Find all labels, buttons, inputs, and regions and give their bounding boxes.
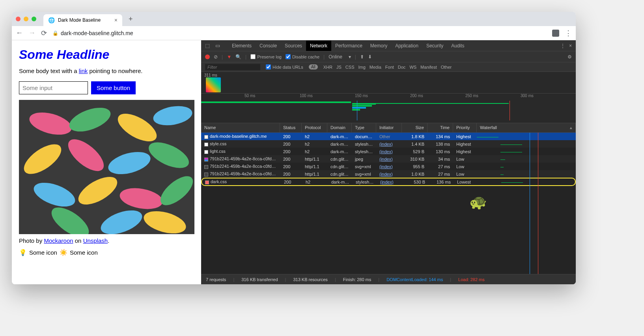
close-window-button[interactable] <box>16 17 21 21</box>
ruler-tick: 250 ms <box>465 94 478 98</box>
overview-strip: 311 ms <box>201 72 576 94</box>
device-icon[interactable]: ▭ <box>215 43 220 49</box>
download-har-icon[interactable]: ⬇ <box>368 54 372 60</box>
record-button[interactable] <box>205 54 210 59</box>
initiator-link[interactable]: (index) <box>379 142 393 146</box>
filter-doc[interactable]: Doc <box>398 65 406 69</box>
filter-all[interactable]: All <box>309 64 318 69</box>
icon-label: Some icon <box>70 249 98 256</box>
initiator-link[interactable]: (index) <box>379 157 393 161</box>
column-header[interactable]: Time <box>427 123 453 132</box>
table-row[interactable]: dark-mode-baseline.glitch.me200h2dark-mo… <box>201 133 576 140</box>
status-requests: 7 requests <box>206 277 226 282</box>
devtools-mainbar: ⬚ ▭ ElementsConsoleSourcesNetworkPerform… <box>201 40 576 51</box>
settings-icon[interactable]: ⚙ <box>567 54 572 60</box>
column-header[interactable]: Initiator <box>376 123 402 132</box>
reload-button[interactable]: ⟳ <box>41 29 47 38</box>
waterfall-bar <box>500 167 504 167</box>
filter-toggle-icon[interactable]: ▼ <box>227 54 231 60</box>
filter-css[interactable]: CSS <box>345 65 355 69</box>
close-tab-icon[interactable]: × <box>114 17 118 23</box>
column-header[interactable]: Priority <box>453 123 477 132</box>
inspect-icon[interactable]: ⬚ <box>205 43 210 49</box>
input-row: Some button <box>19 81 194 94</box>
column-header[interactable]: Status <box>280 123 302 132</box>
hero-image <box>19 100 194 234</box>
page-headline: Some Headline <box>19 47 194 62</box>
author-link[interactable]: Mockaroon <box>44 237 73 244</box>
table-row[interactable]: 791b2241-459b-4a2e-8cca-c0fdc2…200http/1… <box>201 163 576 170</box>
devtools-tab-security[interactable]: Security <box>422 41 447 51</box>
column-header[interactable]: Domain <box>327 123 352 132</box>
filter-xhr[interactable]: XHR <box>323 65 332 69</box>
file-type-icon <box>204 165 208 169</box>
filter-input[interactable] <box>205 64 260 70</box>
preserve-log-checkbox[interactable]: Preserve log <box>250 54 282 59</box>
waterfall-bar <box>500 175 504 175</box>
filter-ws[interactable]: WS <box>409 65 416 69</box>
devtools-tab-performance[interactable]: Performance <box>331 41 366 51</box>
forward-button[interactable]: → <box>28 29 35 37</box>
column-header[interactable]: Type <box>352 123 376 132</box>
devtools-tab-memory[interactable]: Memory <box>366 41 391 51</box>
devtools-tab-console[interactable]: Console <box>256 41 281 51</box>
waterfall-bar <box>477 137 498 137</box>
browser-menu-button[interactable]: ⋮ <box>565 29 572 38</box>
address-bar[interactable]: 🔒 dark-mode-baseline.glitch.me <box>52 30 133 36</box>
column-header[interactable]: Waterfall ▴ <box>477 123 576 132</box>
new-tab-button[interactable]: + <box>125 15 136 23</box>
devtools-tab-application[interactable]: Application <box>391 41 422 51</box>
disable-cache-checkbox[interactable]: Disable cache <box>286 54 319 59</box>
devtools-tab-sources[interactable]: Sources <box>281 41 306 51</box>
browser-tab[interactable]: 🌐 Dark Mode Baseline × <box>43 14 122 26</box>
filter-media[interactable]: Media <box>370 65 381 69</box>
initiator-link[interactable]: (index) <box>379 149 393 154</box>
timeline-ruler[interactable]: 50 ms100 ms150 ms200 ms250 ms300 ms <box>201 94 576 123</box>
column-header[interactable]: Name <box>201 123 280 132</box>
body-text: Some body text with a link pointing to n… <box>19 68 194 74</box>
site-link[interactable]: Unsplash <box>83 237 108 244</box>
url-text: dark-mode-baseline.glitch.me <box>61 30 133 36</box>
devtools-tab-audits[interactable]: Audits <box>447 41 468 51</box>
waterfall-bar <box>501 182 523 183</box>
initiator-link[interactable]: (index) <box>379 172 393 176</box>
search-icon[interactable]: 🔍 <box>235 54 241 60</box>
filter-js[interactable]: JS <box>336 65 342 69</box>
column-header[interactable]: Size <box>402 123 427 132</box>
ruler-tick: 100 ms <box>300 94 313 98</box>
overview-time-label: 311 ms <box>204 73 221 77</box>
filter-img[interactable]: Img <box>358 65 365 69</box>
initiator-link[interactable]: (index) <box>380 180 394 184</box>
maximize-window-button[interactable] <box>32 17 36 21</box>
initiator-link[interactable]: (index) <box>379 164 393 169</box>
devtools-more-icon[interactable]: ⋮ <box>560 43 565 49</box>
upload-har-icon[interactable]: ⬆ <box>360 54 364 60</box>
column-header[interactable]: Protocol <box>302 123 327 132</box>
filter-font[interactable]: Font <box>385 65 394 69</box>
chevron-down-icon: ▾ <box>349 54 351 60</box>
devtools-tab-network[interactable]: Network <box>306 41 331 51</box>
table-row[interactable]: style.css200h2dark-mo…stylesheet(index)1… <box>201 140 576 148</box>
table-row[interactable]: 791b2241-459b-4a2e-8cca-c0fdc2…200http/1… <box>201 170 576 178</box>
hide-data-urls-checkbox[interactable]: Hide data URLs <box>266 64 303 69</box>
image-caption: Photo by Mockaroon on Unsplash. <box>19 237 194 244</box>
file-type-icon <box>205 180 209 184</box>
extension-icon[interactable] <box>552 30 559 37</box>
browser-window: 🌐 Dark Mode Baseline × + ← → ⟳ 🔒 dark-mo… <box>12 12 576 284</box>
demo-button[interactable]: Some button <box>91 81 136 94</box>
demo-input[interactable] <box>19 81 88 94</box>
body-link[interactable]: link <box>79 68 88 74</box>
throttling-select[interactable]: Online▾ <box>329 54 351 60</box>
minimize-window-button[interactable] <box>24 17 28 21</box>
table-row[interactable]: dark.css200h2dark-mo…stylesheet(index)53… <box>201 178 576 186</box>
file-type-icon <box>204 158 208 161</box>
filter-other[interactable]: Other <box>441 65 452 69</box>
devtools-close-icon[interactable]: × <box>569 43 572 49</box>
clear-icon[interactable]: ⊘ <box>214 54 218 60</box>
table-row[interactable]: light.css200h2dark-mo…stylesheet(index)5… <box>201 148 576 155</box>
table-row[interactable]: 791b2241-459b-4a2e-8cca-c0fdc2…200http/1… <box>201 155 576 163</box>
file-type-icon <box>204 143 208 146</box>
back-button[interactable]: ← <box>16 29 23 37</box>
devtools-tab-elements[interactable]: Elements <box>228 41 256 51</box>
filter-manifest[interactable]: Manifest <box>420 65 437 69</box>
